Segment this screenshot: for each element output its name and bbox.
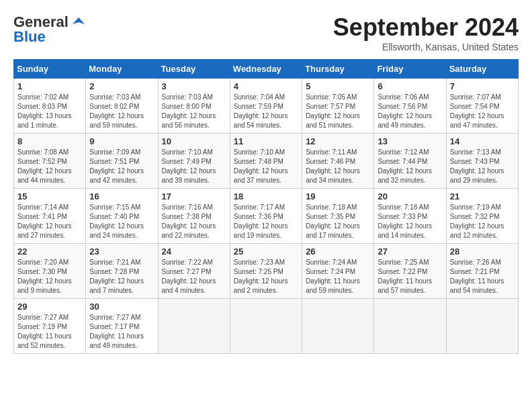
calendar-cell <box>230 299 302 354</box>
day-number: 1 <box>17 81 82 91</box>
day-info: Sunrise: 7:06 AMSunset: 7:56 PMDaylight:… <box>378 93 442 130</box>
day-number: 27 <box>378 246 442 257</box>
calendar-cell: 14Sunrise: 7:13 AMSunset: 7:43 PMDayligh… <box>446 134 518 189</box>
calendar-cell <box>446 299 518 354</box>
calendar-table: SundayMondayTuesdayWednesdayThursdayFrid… <box>13 59 519 354</box>
day-info: Sunrise: 7:27 AMSunset: 7:17 PMDaylight:… <box>89 313 154 351</box>
weekday-header-saturday: Saturday <box>446 60 518 79</box>
calendar-cell: 7Sunrise: 7:07 AMSunset: 7:54 PMDaylight… <box>446 79 518 134</box>
day-number: 12 <box>306 136 370 146</box>
header: General Blue September 2024 Ellsworth, K… <box>13 13 519 52</box>
day-info: Sunrise: 7:24 AMSunset: 7:24 PMDaylight:… <box>306 258 370 295</box>
day-number: 18 <box>234 191 298 201</box>
day-number: 23 <box>89 246 154 257</box>
week-row-5: 29Sunrise: 7:27 AMSunset: 7:19 PMDayligh… <box>14 299 519 354</box>
calendar-cell: 10Sunrise: 7:10 AMSunset: 7:49 PMDayligh… <box>158 134 230 189</box>
weekday-header-wednesday: Wednesday <box>230 60 302 79</box>
day-info: Sunrise: 7:18 AMSunset: 7:35 PMDaylight:… <box>306 203 370 240</box>
day-number: 5 <box>306 81 370 91</box>
day-number: 22 <box>17 246 82 257</box>
logo: General Blue <box>13 13 86 46</box>
calendar-cell: 13Sunrise: 7:12 AMSunset: 7:44 PMDayligh… <box>374 134 446 189</box>
calendar-cell: 20Sunrise: 7:18 AMSunset: 7:33 PMDayligh… <box>374 189 446 244</box>
day-number: 3 <box>162 81 226 91</box>
calendar-cell <box>374 299 446 354</box>
day-number: 10 <box>162 136 226 146</box>
day-number: 20 <box>378 191 442 201</box>
day-info: Sunrise: 7:08 AMSunset: 7:52 PMDaylight:… <box>17 148 82 185</box>
day-info: Sunrise: 7:03 AMSunset: 8:02 PMDaylight:… <box>89 93 154 130</box>
title-area: September 2024 Ellsworth, Kansas, United… <box>333 13 519 52</box>
day-info: Sunrise: 7:12 AMSunset: 7:44 PMDaylight:… <box>378 148 442 185</box>
day-info: Sunrise: 7:17 AMSunset: 7:36 PMDaylight:… <box>234 203 298 240</box>
day-info: Sunrise: 7:23 AMSunset: 7:25 PMDaylight:… <box>234 258 298 295</box>
day-number: 13 <box>378 136 442 146</box>
calendar-cell: 22Sunrise: 7:20 AMSunset: 7:30 PMDayligh… <box>14 244 86 299</box>
week-row-1: 1Sunrise: 7:02 AMSunset: 8:03 PMDaylight… <box>14 79 519 134</box>
location: Ellsworth, Kansas, United States <box>333 42 519 52</box>
day-number: 28 <box>450 246 515 257</box>
calendar-cell: 23Sunrise: 7:21 AMSunset: 7:28 PMDayligh… <box>86 244 158 299</box>
weekday-header-monday: Monday <box>86 60 158 79</box>
day-number: 2 <box>89 81 154 91</box>
month-title: September 2024 <box>333 13 519 42</box>
calendar-cell: 19Sunrise: 7:18 AMSunset: 7:35 PMDayligh… <box>302 189 374 244</box>
week-row-4: 22Sunrise: 7:20 AMSunset: 7:30 PMDayligh… <box>14 244 519 299</box>
day-info: Sunrise: 7:26 AMSunset: 7:21 PMDaylight:… <box>450 258 515 295</box>
day-info: Sunrise: 7:10 AMSunset: 7:48 PMDaylight:… <box>234 148 298 185</box>
day-info: Sunrise: 7:05 AMSunset: 7:57 PMDaylight:… <box>306 93 370 130</box>
calendar-cell: 1Sunrise: 7:02 AMSunset: 8:03 PMDaylight… <box>14 79 86 134</box>
calendar-cell: 25Sunrise: 7:23 AMSunset: 7:25 PMDayligh… <box>230 244 302 299</box>
calendar-cell: 9Sunrise: 7:09 AMSunset: 7:51 PMDaylight… <box>86 134 158 189</box>
calendar-cell: 16Sunrise: 7:15 AMSunset: 7:40 PMDayligh… <box>86 189 158 244</box>
day-number: 30 <box>89 302 154 312</box>
calendar-cell: 28Sunrise: 7:26 AMSunset: 7:21 PMDayligh… <box>446 244 518 299</box>
day-info: Sunrise: 7:03 AMSunset: 8:00 PMDaylight:… <box>162 93 226 130</box>
day-number: 6 <box>378 81 442 91</box>
svg-marker-0 <box>73 17 85 24</box>
day-info: Sunrise: 7:04 AMSunset: 7:59 PMDaylight:… <box>234 93 298 130</box>
calendar-cell: 8Sunrise: 7:08 AMSunset: 7:52 PMDaylight… <box>14 134 86 189</box>
calendar-cell: 26Sunrise: 7:24 AMSunset: 7:24 PMDayligh… <box>302 244 374 299</box>
day-info: Sunrise: 7:07 AMSunset: 7:54 PMDaylight:… <box>450 93 515 130</box>
day-number: 25 <box>234 246 298 257</box>
logo-blue: Blue <box>13 28 46 46</box>
weekday-header-sunday: Sunday <box>14 60 86 79</box>
day-number: 24 <box>162 246 226 257</box>
calendar-cell: 24Sunrise: 7:22 AMSunset: 7:27 PMDayligh… <box>158 244 230 299</box>
day-number: 8 <box>17 136 82 146</box>
day-number: 17 <box>162 191 226 201</box>
day-info: Sunrise: 7:15 AMSunset: 7:40 PMDaylight:… <box>89 203 154 240</box>
calendar-cell: 2Sunrise: 7:03 AMSunset: 8:02 PMDaylight… <box>86 79 158 134</box>
day-info: Sunrise: 7:13 AMSunset: 7:43 PMDaylight:… <box>450 148 515 185</box>
calendar-cell: 27Sunrise: 7:25 AMSunset: 7:22 PMDayligh… <box>374 244 446 299</box>
day-info: Sunrise: 7:11 AMSunset: 7:46 PMDaylight:… <box>306 148 370 185</box>
day-info: Sunrise: 7:18 AMSunset: 7:33 PMDaylight:… <box>378 203 442 240</box>
calendar-cell: 6Sunrise: 7:06 AMSunset: 7:56 PMDaylight… <box>374 79 446 134</box>
calendar-cell: 12Sunrise: 7:11 AMSunset: 7:46 PMDayligh… <box>302 134 374 189</box>
day-number: 4 <box>234 81 298 91</box>
day-info: Sunrise: 7:16 AMSunset: 7:38 PMDaylight:… <box>162 203 226 240</box>
calendar-cell: 15Sunrise: 7:14 AMSunset: 7:41 PMDayligh… <box>14 189 86 244</box>
day-number: 15 <box>17 191 82 201</box>
day-info: Sunrise: 7:25 AMSunset: 7:22 PMDaylight:… <box>378 258 442 295</box>
day-number: 14 <box>450 136 515 146</box>
calendar-cell: 11Sunrise: 7:10 AMSunset: 7:48 PMDayligh… <box>230 134 302 189</box>
day-info: Sunrise: 7:14 AMSunset: 7:41 PMDaylight:… <box>17 203 82 240</box>
day-number: 9 <box>89 136 154 146</box>
calendar-cell: 17Sunrise: 7:16 AMSunset: 7:38 PMDayligh… <box>158 189 230 244</box>
day-info: Sunrise: 7:27 AMSunset: 7:19 PMDaylight:… <box>17 313 82 351</box>
calendar-cell <box>302 299 374 354</box>
calendar-cell: 18Sunrise: 7:17 AMSunset: 7:36 PMDayligh… <box>230 189 302 244</box>
week-row-2: 8Sunrise: 7:08 AMSunset: 7:52 PMDaylight… <box>14 134 519 189</box>
weekday-header-tuesday: Tuesday <box>158 60 230 79</box>
calendar-cell: 4Sunrise: 7:04 AMSunset: 7:59 PMDaylight… <box>230 79 302 134</box>
weekday-header-friday: Friday <box>374 60 446 79</box>
day-number: 16 <box>89 191 154 201</box>
day-info: Sunrise: 7:20 AMSunset: 7:30 PMDaylight:… <box>17 258 82 295</box>
day-info: Sunrise: 7:21 AMSunset: 7:28 PMDaylight:… <box>89 258 154 295</box>
day-number: 19 <box>306 191 370 201</box>
day-info: Sunrise: 7:02 AMSunset: 8:03 PMDaylight:… <box>17 93 82 130</box>
day-info: Sunrise: 7:10 AMSunset: 7:49 PMDaylight:… <box>162 148 226 185</box>
calendar-cell: 3Sunrise: 7:03 AMSunset: 8:00 PMDaylight… <box>158 79 230 134</box>
